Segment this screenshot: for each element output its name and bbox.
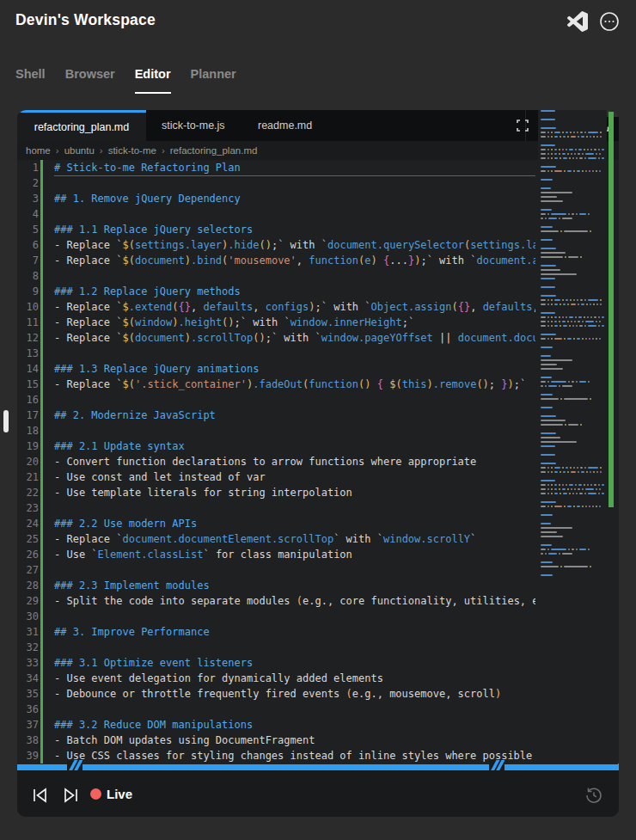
minimap-row	[541, 338, 607, 340]
tab-shell[interactable]: Shell	[15, 67, 46, 94]
minimap-row	[541, 501, 607, 503]
tab-planner[interactable]: Planner	[191, 67, 236, 94]
expand-icon[interactable]	[515, 118, 530, 133]
minimap-row	[541, 218, 607, 219]
code-text: - Replace `$(document).scrollTop();` wit…	[54, 330, 535, 346]
line-number: 17	[17, 408, 39, 423]
code-text: - Debounce or throttle frequently fired …	[54, 686, 535, 702]
code-text: - Replace `$(settings.layer).hide();` wi…	[54, 237, 535, 253]
minimap-row	[541, 144, 607, 146]
minimap-row	[541, 183, 607, 185]
minimap-row	[541, 162, 607, 163]
minimap-row	[541, 157, 607, 159]
playback-bar: Live	[17, 770, 619, 817]
timeline-scrubber[interactable]	[17, 764, 619, 770]
code-line: 29- Split the code into separate modules…	[17, 593, 619, 609]
minimap-row	[541, 566, 607, 567]
minimap-row	[541, 450, 607, 451]
minimap-row	[541, 316, 607, 318]
minimap-row	[541, 226, 607, 228]
minimap-row	[541, 428, 607, 430]
code-line: 12- Replace `$(document).scrollTop();` w…	[17, 330, 619, 346]
minimap-row	[541, 475, 607, 477]
minimap-row	[541, 471, 607, 473]
file-tab-strip: refactoring_plan.md stick-to-me.js readm…	[17, 110, 619, 141]
minimap-row	[541, 248, 607, 249]
tab-browser[interactable]: Browser	[65, 67, 115, 94]
step-forward-button[interactable]	[62, 786, 81, 805]
minimap-row	[541, 243, 607, 245]
file-tab-stick-to-me[interactable]: stick-to-me.js	[146, 110, 241, 141]
minimap-row	[541, 432, 607, 434]
breadcrumb-item[interactable]: stick-to-me	[108, 145, 156, 156]
line-number: 14	[17, 361, 39, 377]
code-text: # Stick-to-me Refactoring Plan	[54, 160, 535, 176]
step-backward-button[interactable]	[30, 786, 49, 805]
minimap-row	[541, 540, 607, 542]
file-tab-refactoring-plan[interactable]: refactoring_plan.md	[17, 110, 146, 141]
breadcrumb-separator: ›	[56, 145, 59, 156]
minimap-row	[541, 484, 607, 486]
minimap-row	[541, 200, 607, 202]
code-text: - Replace `document.documentElement.scro…	[54, 531, 535, 547]
line-number: 24	[17, 516, 39, 531]
minimap-row	[541, 153, 607, 155]
code-line: 26- Use `Element.classList` for class ma…	[17, 547, 619, 562]
code-text: ## 1. Remove jQuery Dependency	[54, 191, 535, 206]
code-text: - Convert function declarations to arrow…	[54, 454, 535, 469]
minimap-row	[541, 132, 607, 133]
minimap[interactable]	[538, 110, 607, 714]
code-line: 24### 2.2 Use modern APIs	[17, 516, 619, 531]
breadcrumb-item[interactable]: refactoring_plan.md	[170, 145, 258, 156]
code-text: ### 3.2 Reduce DOM manipulations	[54, 717, 535, 733]
code-line: 16	[17, 392, 619, 408]
code-line: 2	[17, 175, 619, 191]
breadcrumb-item[interactable]: home	[26, 145, 51, 156]
history-icon[interactable]	[584, 786, 603, 805]
code-line: 14### 1.3 Replace jQuery animations	[17, 361, 619, 377]
code-editor[interactable]: 1# Stick-to-me Refactoring Plan23## 1. R…	[17, 160, 619, 764]
minimap-row	[541, 351, 607, 353]
minimap-row	[541, 136, 607, 138]
line-number: 29	[17, 593, 39, 609]
minimap-row	[541, 114, 607, 116]
minimap-row	[541, 329, 607, 331]
minimap-row	[541, 321, 607, 322]
minimap-row	[541, 441, 607, 443]
minimap-row	[541, 166, 607, 168]
minimap-row	[541, 312, 607, 314]
line-number: 36	[17, 702, 39, 717]
live-indicator[interactable]: Live	[90, 787, 132, 801]
minimap-row	[541, 308, 607, 310]
minimap-row	[541, 415, 607, 417]
file-tab-readme[interactable]: readme.md	[242, 110, 327, 141]
breadcrumb: home›ubuntu›stick-to-me›refactoring_plan…	[17, 141, 619, 160]
vscode-icon[interactable]	[567, 11, 588, 32]
minimap-row	[541, 346, 607, 348]
minimap-row	[541, 325, 607, 327]
code-line: 31## 3. Improve Performance	[17, 624, 619, 640]
breadcrumb-item[interactable]: ubuntu	[64, 145, 95, 156]
code-text: - Use event delegation for dynamically a…	[54, 671, 535, 686]
code-text: - Replace `$.extend({}, defaults, config…	[54, 299, 535, 315]
code-line: 11- Replace `$(window).height();` with `…	[17, 315, 619, 330]
line-number: 9	[17, 284, 39, 299]
code-line: 9### 1.2 Replace jQuery methods	[17, 284, 619, 299]
minimap-row	[541, 377, 607, 378]
minimap-row	[541, 213, 607, 215]
tab-editor[interactable]: Editor	[135, 67, 171, 94]
minimap-row	[541, 110, 607, 112]
panel-drag-handle[interactable]	[3, 410, 9, 432]
minimap-row	[541, 222, 607, 224]
line-number: 7	[17, 253, 39, 268]
workspace-nav: Shell Browser Editor Planner	[15, 67, 236, 94]
more-options-icon[interactable]	[599, 11, 620, 32]
code-line: 21- Use const and let instead of var	[17, 469, 619, 485]
minimap-row	[541, 175, 607, 176]
code-line: 22- Use template literals for string int…	[17, 485, 619, 500]
code-text: ### 2.1 Update syntax	[54, 438, 535, 454]
code-text: - Use template literals for string inter…	[54, 485, 535, 500]
minimap-row	[541, 398, 607, 400]
code-line: 35- Debounce or throttle frequently fire…	[17, 686, 619, 702]
code-line: 10- Replace `$.extend({}, defaults, conf…	[17, 299, 619, 315]
